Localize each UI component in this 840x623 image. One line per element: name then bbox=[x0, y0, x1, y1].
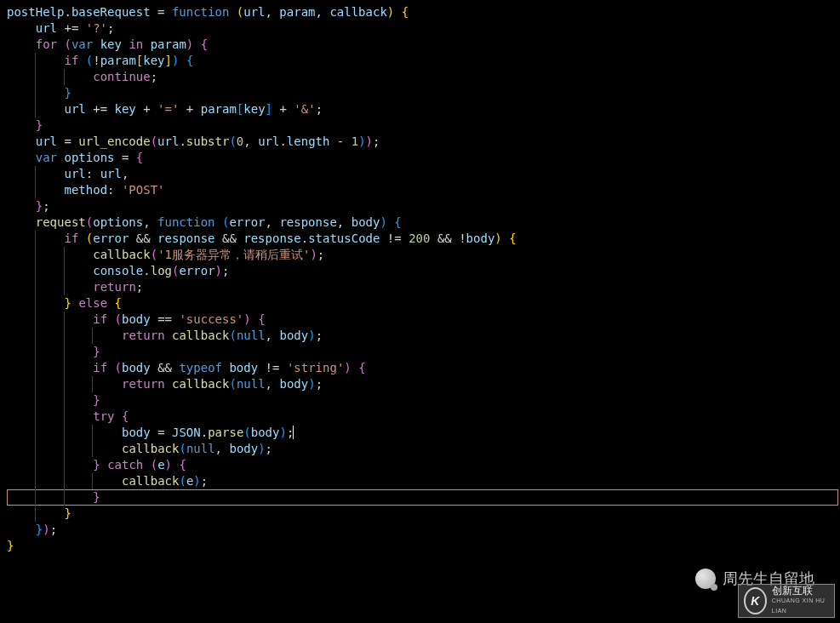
code-line: } bbox=[7, 117, 840, 134]
code-line: if (!param[key]) { bbox=[7, 53, 840, 69]
brand-sub: CHUANG XIN HU LIAN bbox=[772, 596, 829, 616]
code-line: } bbox=[7, 344, 840, 360]
code-line: body = JSON.parse(body); bbox=[7, 425, 840, 441]
code-line: url += '?'; bbox=[7, 20, 840, 37]
code-line: }); bbox=[7, 522, 840, 538]
code-line: try { bbox=[7, 409, 840, 425]
code-line: }; bbox=[7, 198, 840, 214]
code-line: method: 'POST' bbox=[7, 182, 840, 198]
code-line: url += key + '=' + param[key] + '&'; bbox=[7, 101, 840, 117]
code-line: if (body && typeof body != 'string') { bbox=[7, 360, 840, 376]
code-line: } bbox=[7, 538, 840, 554]
code-line: return callback(null, body); bbox=[7, 376, 840, 392]
code-line: if (body == 'success') { bbox=[7, 312, 840, 328]
code-line: callback(e); bbox=[7, 473, 840, 489]
code-line: } bbox=[7, 489, 840, 506]
code-line: callback(null, body); bbox=[7, 441, 840, 457]
code-line: continue; bbox=[7, 69, 840, 85]
code-line: } catch (e) { bbox=[7, 457, 840, 473]
code-line: for (var key in param) { bbox=[7, 37, 840, 53]
code-line: return; bbox=[7, 279, 840, 295]
brand-name: 创新互联 bbox=[772, 586, 829, 596]
code-line: } else { bbox=[7, 295, 840, 312]
wechat-icon bbox=[695, 569, 716, 589]
code-line: } bbox=[7, 85, 840, 101]
code-line: url = url_encode(url.substr(0, url.lengt… bbox=[7, 134, 840, 150]
code-line: } bbox=[7, 392, 840, 409]
code-line: callback('1服务器异常，请稍后重试'); bbox=[7, 247, 840, 263]
code-line: } bbox=[7, 506, 840, 522]
brand-logo-icon: K bbox=[744, 587, 767, 614]
code-line: request(options, function (error, respon… bbox=[7, 214, 840, 231]
code-line: url: url, bbox=[7, 166, 840, 182]
code-line: var options = { bbox=[7, 150, 840, 166]
brand-watermark: K 创新互联 CHUANG XIN HU LIAN bbox=[738, 584, 835, 618]
code-line: console.log(error); bbox=[7, 263, 840, 279]
code-block: postHelp.baseRequest = function (url, pa… bbox=[0, 0, 840, 554]
code-line: if (error && response && response.status… bbox=[7, 231, 840, 247]
code-line: postHelp.baseRequest = function (url, pa… bbox=[7, 4, 840, 20]
code-line: return callback(null, body); bbox=[7, 328, 840, 344]
